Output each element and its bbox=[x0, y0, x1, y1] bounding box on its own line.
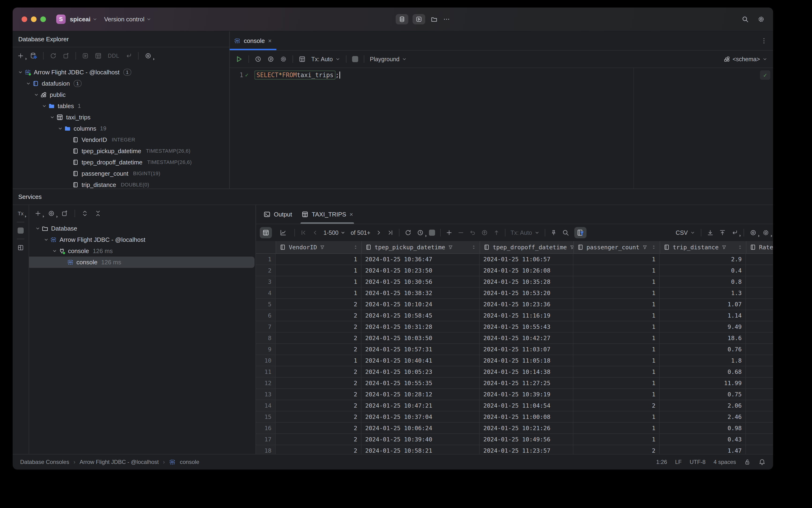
cell[interactable]: 2024-01-25 10:58:45 bbox=[361, 310, 480, 321]
explorer-tree-item[interactable]: tpep_dropoff_datetimeTIMESTAMP(26,6) bbox=[13, 157, 229, 168]
run-services-button[interactable] bbox=[413, 14, 425, 25]
cell[interactable]: 2024-01-25 10:55:43 bbox=[480, 321, 573, 332]
cell[interactable]: 9.49 bbox=[660, 321, 746, 332]
row-number[interactable]: 13 bbox=[256, 389, 276, 399]
chevron-down-icon[interactable] bbox=[51, 248, 59, 254]
cell[interactable]: 2 bbox=[276, 434, 361, 445]
cell[interactable]: 0.8 bbox=[660, 276, 746, 287]
layout-button[interactable] bbox=[17, 244, 24, 251]
view-options-button[interactable] bbox=[48, 210, 55, 217]
cell[interactable]: 2024-01-25 10:57:31 bbox=[361, 344, 480, 354]
tx-mode-select[interactable]: Tx: Auto bbox=[311, 56, 341, 62]
column-header-tpep_pickup_datetime[interactable]: tpep_pickup_datetime bbox=[362, 241, 480, 253]
cell[interactable]: 2024-01-25 10:30:56 bbox=[361, 276, 480, 287]
cell[interactable]: 2024-01-25 11:27:25 bbox=[480, 378, 573, 388]
cell[interactable]: 2 bbox=[573, 400, 660, 411]
cell[interactable]: 1 bbox=[276, 355, 361, 366]
row-number[interactable]: 8 bbox=[256, 333, 276, 343]
console-settings-button[interactable] bbox=[280, 55, 287, 62]
chevron-down-icon[interactable] bbox=[32, 92, 40, 97]
close-tab-icon[interactable]: × bbox=[350, 211, 353, 218]
jump-to-console-button[interactable] bbox=[63, 52, 70, 59]
explorer-tree-item[interactable]: datafusion1 bbox=[13, 78, 229, 89]
cell-rate[interactable] bbox=[746, 299, 773, 309]
tab-options-button[interactable] bbox=[760, 37, 767, 44]
cell[interactable]: 2024-01-25 10:26:08 bbox=[480, 265, 573, 276]
row-number[interactable]: 14 bbox=[256, 400, 276, 411]
encoding-widget[interactable]: UTF-8 bbox=[690, 459, 706, 465]
column-header-passenger_count[interactable]: passenger_count bbox=[574, 241, 660, 253]
cell[interactable]: 2 bbox=[276, 389, 361, 399]
table-row[interactable]: 722024-01-25 10:31:282024-01-25 10:55:43… bbox=[256, 321, 773, 333]
table-row[interactable]: 1522024-01-25 10:37:042024-01-25 11:00:0… bbox=[256, 411, 773, 423]
cell-rate[interactable] bbox=[746, 254, 773, 264]
breadcrumb-console[interactable]: console bbox=[180, 459, 199, 465]
settings-button[interactable] bbox=[758, 16, 765, 23]
cell[interactable]: 1.47 bbox=[660, 445, 746, 454]
cell[interactable]: 2024-01-25 10:28:12 bbox=[361, 389, 480, 399]
view-options-button[interactable] bbox=[145, 52, 152, 59]
cell[interactable]: 2024-01-25 11:23:57 bbox=[480, 445, 573, 454]
row-number[interactable]: 4 bbox=[256, 288, 276, 298]
cell[interactable]: 0.75 bbox=[660, 389, 746, 399]
cell[interactable]: 1 bbox=[573, 434, 660, 445]
add-service-button[interactable] bbox=[35, 210, 41, 217]
refresh-button[interactable] bbox=[50, 52, 57, 59]
open-table-button[interactable] bbox=[95, 52, 102, 59]
table-row[interactable]: 1622024-01-25 10:06:242024-01-25 10:21:2… bbox=[256, 423, 773, 434]
table-row[interactable]: 1222024-01-25 10:55:352024-01-25 11:27:2… bbox=[256, 378, 773, 389]
row-number[interactable]: 7 bbox=[256, 321, 276, 332]
cell[interactable]: 1.07 bbox=[660, 299, 746, 309]
chevron-down-icon[interactable] bbox=[56, 126, 64, 131]
grid-settings-button[interactable] bbox=[762, 229, 769, 236]
services-tree-item[interactable]: console126 ms bbox=[29, 257, 256, 268]
cell[interactable]: 1 bbox=[276, 288, 361, 298]
cell-rate[interactable] bbox=[746, 411, 773, 422]
row-number[interactable]: 3 bbox=[256, 276, 276, 287]
cell-rate[interactable] bbox=[746, 434, 773, 445]
cell[interactable]: 0.76 bbox=[660, 344, 746, 354]
cell[interactable]: 1 bbox=[573, 254, 660, 264]
table-row[interactable]: 112024-01-25 10:36:472024-01-25 11:06:57… bbox=[256, 254, 773, 265]
expand-all-button[interactable] bbox=[82, 210, 88, 217]
cell[interactable]: 2024-01-25 10:53:20 bbox=[480, 288, 573, 298]
close-window-button[interactable] bbox=[21, 16, 27, 22]
cell[interactable]: 2024-01-25 10:03:50 bbox=[361, 333, 480, 343]
first-page-button[interactable] bbox=[300, 229, 307, 236]
table-row[interactable]: 1122024-01-25 10:05:232024-01-25 10:14:3… bbox=[256, 366, 773, 378]
filter-panel-button[interactable] bbox=[574, 227, 586, 238]
import-button[interactable] bbox=[707, 229, 714, 236]
row-number[interactable]: 6 bbox=[256, 310, 276, 321]
ddl-button[interactable]: DDL bbox=[108, 53, 119, 59]
row-number[interactable]: 1 bbox=[256, 254, 276, 264]
cell[interactable]: 2.9 bbox=[660, 254, 746, 264]
cell[interactable]: 2 bbox=[276, 423, 361, 433]
data-views-button[interactable] bbox=[750, 229, 757, 236]
cell[interactable]: 1.3 bbox=[660, 288, 746, 298]
find-button[interactable] bbox=[562, 229, 569, 236]
version-control-menu[interactable]: Version control bbox=[104, 16, 151, 23]
explorer-tree-item[interactable]: taxi_trips bbox=[13, 112, 229, 123]
readonly-toggle-button[interactable] bbox=[744, 459, 751, 465]
table-row[interactable]: 1722024-01-25 10:39:402024-01-25 10:49:5… bbox=[256, 434, 773, 445]
column-header-trip_distance[interactable]: trip_distance bbox=[660, 241, 747, 253]
execute-button[interactable] bbox=[235, 55, 243, 63]
cell[interactable]: 2024-01-25 11:00:08 bbox=[480, 411, 573, 422]
cell[interactable]: 2024-01-25 10:35:28 bbox=[480, 276, 573, 287]
cell[interactable]: 2024-01-25 10:14:38 bbox=[480, 366, 573, 377]
cell[interactable]: 2024-01-25 10:31:28 bbox=[361, 321, 480, 332]
explorer-tree-item[interactable]: trip_distanceDOUBLE(0) bbox=[13, 179, 229, 188]
cell[interactable]: 2024-01-25 11:06:57 bbox=[480, 254, 573, 264]
cell-rate[interactable] bbox=[746, 378, 773, 388]
tx-strip-button[interactable]: Tx bbox=[18, 211, 24, 217]
cell[interactable]: 0.4 bbox=[660, 265, 746, 276]
column-header-rate[interactable]: Rate bbox=[747, 241, 773, 253]
cell-rate[interactable] bbox=[746, 265, 773, 276]
explorer-tree-item[interactable]: public bbox=[13, 89, 229, 100]
open-console-button[interactable] bbox=[61, 210, 68, 217]
cell[interactable]: 2024-01-25 10:42:27 bbox=[480, 333, 573, 343]
cell[interactable]: 2024-01-25 11:04:54 bbox=[480, 400, 573, 411]
cell-rate[interactable] bbox=[746, 389, 773, 399]
cell[interactable]: 2024-01-25 10:58:21 bbox=[361, 445, 480, 454]
cell[interactable]: 2024-01-25 10:49:56 bbox=[480, 434, 573, 445]
